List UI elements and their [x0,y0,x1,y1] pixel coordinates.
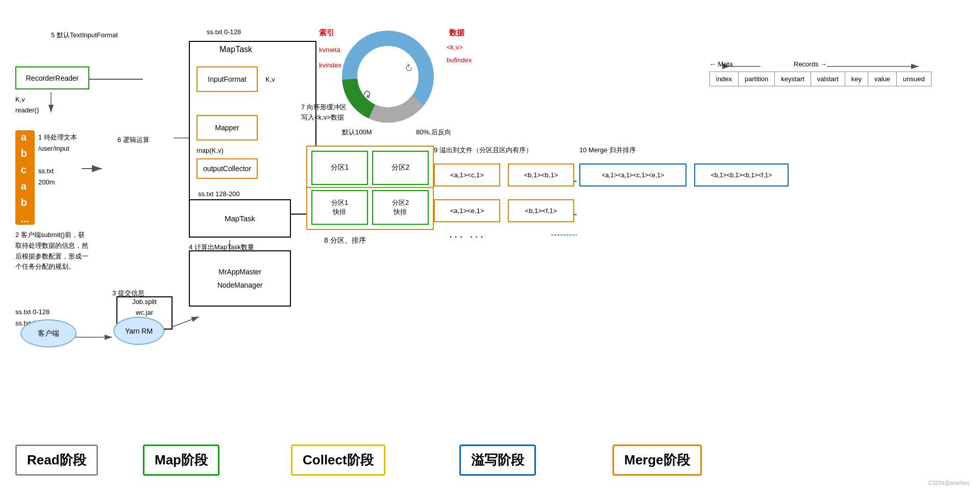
inputformat-label: InputFormat [208,75,246,83]
spill-a1e1: <a,1><e,1> [434,199,500,222]
yarn-rm-cloud: Yarn RM [113,317,164,345]
records-arrow-label: Records → [794,60,827,68]
merge-box2-text: <b,1><b,1><b,1><f,1> [711,172,772,179]
stage-map-label: Map阶段 [155,452,208,467]
recorderreader-label: RecorderReader [26,74,79,82]
outputcollector-box: outputCollector [197,158,258,179]
partition-group-outer: 分区1 分区2 分区1快排 分区2快排 [306,146,434,230]
maptask1-label: MapTask [219,45,252,54]
input-data-bar: abcab... [15,130,35,225]
step9-label: 9 溢出到文件（分区且区内有序） [434,146,532,155]
data-label: 数据 [449,28,464,38]
stage-read-label: Read阶段 [27,452,86,467]
maptask2-box: MapTask [189,199,291,238]
bufindex-label: bufindex [447,56,472,64]
step7-label: 7 向环形缓冲区写入<k,v>数据 [301,102,347,122]
spill-a1e1-text: <a,1><e,1> [450,207,484,215]
table-index: index [710,72,739,86]
spill-b1f1: <b,1><f,1> [508,199,574,222]
kv-label: K,v [265,76,275,83]
partition1-top: 分区1 [311,151,368,185]
partition1-sort: 分区1快排 [311,190,368,225]
table-value: value [868,72,896,86]
maptask2-inner: MapTask [225,214,255,223]
kv-data-label: <k,v> [447,43,463,51]
mrappmaster-box: MrAppMaster NodeManager [189,250,291,307]
stage-merge: Merge阶段 [612,445,702,476]
stage-collect-label: Collect阶段 [303,452,374,467]
merge-a1a1c1e1: <a,1><a,1><c,1><e,1> [579,163,687,186]
stage-spill: 溢写阶段 [459,445,536,476]
percent80-label: 80%,后反向 [416,128,451,137]
nodemanager-label: NodeManager [217,281,263,289]
stage-map: Map阶段 [143,445,219,476]
ring-buffer: ↻ ↻ [337,26,439,128]
maptask1-title: ss.txt 0-128 [207,28,241,36]
table-unsued: unsued [897,72,932,86]
spill-dots: ... ... [449,227,485,241]
mapper-box: Mapper [197,115,258,141]
step10-label: 10 Merge 归并排序 [579,146,636,155]
index-label: 索引 [319,28,334,38]
stage-spill-label: 溢写阶段 [471,452,524,467]
stage-merge-label: Merge阶段 [624,452,690,467]
step5-label: 5 默认TextInputFormat [51,31,118,40]
spill-a1c1: <a,1><c,1> [434,163,500,186]
partition2-sort: 分区2快排 [372,190,429,225]
kvindex-label: kvindex [319,61,341,69]
mrappmaster-label: MrAppMaster [218,268,261,276]
inputformat-box: InputFormat [197,66,258,92]
recorderreader-box: RecorderReader [15,66,89,89]
meta-records-table: index partition keystart valstart key va… [709,72,932,86]
stage-read: Read阶段 [15,445,98,476]
input-chars: abcab... [21,129,30,227]
mapper-label: Mapper [215,124,239,132]
outputcollector-label: outputCollector [203,165,251,173]
step6-label: 6 逻辑运算 [117,135,150,145]
spill-b1f1-text: <b,1><f,1> [525,207,557,215]
client-cloud: 客户端 [20,319,77,347]
merge-b1b1b1f1: <b,1><b,1><b,1><f,1> [694,163,789,186]
meta-arrow-label: ← Meta [709,60,733,68]
spill-b1b1-text: <b,1><b,1> [524,171,558,179]
client-label: 客户端 [38,329,59,338]
merge-box1-text: <a,1><a,1><c,1><e,1> [602,172,664,179]
spill-a1c1-text: <a,1><c,1> [450,171,484,179]
spill-b1b1: <b,1><b,1> [508,163,574,186]
table-key: key [845,72,868,86]
table-keystart: keystart [775,72,811,86]
kvmeta-label: kvmeta [319,46,340,54]
yarn-rm-label: Yarn RM [125,327,153,335]
watermark: CSDN@anethes [928,480,970,486]
step8-label: 8 分区、排序 [324,236,366,245]
partition2-top: 分区2 [372,151,429,185]
stage-collect: Collect阶段 [291,445,385,476]
maptask2-title: ss.txt 128-200 [198,190,240,198]
kv-reader-label: K,vreader() [15,95,39,116]
table-partition: partition [739,72,775,86]
table-valstart: valstart [811,72,845,86]
step1-label: 1 待处理文本/user/inputss.txt200m [38,132,77,188]
step2-label: 2 客户端submit()前，获取待处理数据的信息，然后根据参数配置，形成一个任… [15,230,88,272]
default100m-label: 默认100M [342,128,372,137]
